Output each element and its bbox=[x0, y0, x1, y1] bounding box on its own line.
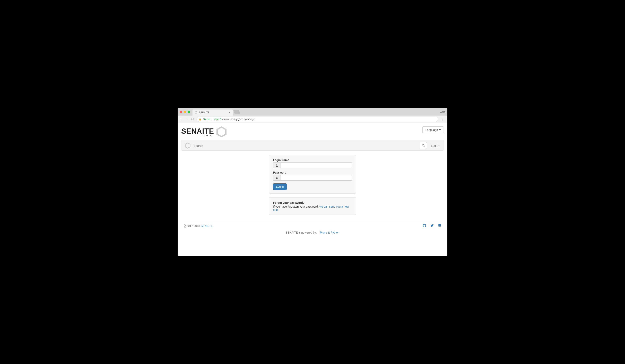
login-submit-button[interactable]: Log in bbox=[273, 183, 287, 190]
main-column: Login Name Password Log in Forg bbox=[178, 155, 447, 215]
url-separator: | bbox=[212, 118, 212, 121]
page-content: SENAITE LIMS Language bbox=[178, 123, 447, 256]
search-icon bbox=[422, 144, 425, 147]
login-name-input[interactable] bbox=[280, 162, 352, 168]
footer-divider bbox=[184, 221, 441, 221]
svg-line-3 bbox=[424, 146, 424, 147]
powered-by: SENAITE is powered by: Plone & Python bbox=[178, 229, 447, 246]
minimize-window-button[interactable] bbox=[184, 111, 186, 113]
login-name-group bbox=[273, 162, 352, 168]
login-name-label: Login Name bbox=[273, 158, 352, 162]
twitter-icon[interactable] bbox=[431, 224, 434, 228]
close-tab-button[interactable]: × bbox=[229, 111, 230, 114]
forgot-password-panel: Forgot your password? If you have forgot… bbox=[269, 197, 356, 215]
login-panel: Login Name Password Log in bbox=[269, 155, 356, 194]
footer-brand-link[interactable]: SENAITE bbox=[201, 224, 213, 228]
chat-icon[interactable] bbox=[438, 224, 441, 228]
footer-social-icons bbox=[423, 224, 441, 228]
powered-text: SENAITE is powered by: bbox=[286, 231, 317, 234]
language-dropdown[interactable]: Language bbox=[422, 126, 444, 133]
maximize-window-button[interactable] bbox=[188, 111, 190, 113]
svg-marker-1 bbox=[185, 143, 190, 148]
search-button[interactable] bbox=[420, 142, 427, 149]
forgot-password-title: Forgot your password? bbox=[273, 201, 352, 204]
language-label: Language bbox=[425, 128, 438, 131]
new-tab-button[interactable] bbox=[233, 110, 240, 114]
lock-icon bbox=[273, 175, 280, 181]
hexagon-icon bbox=[185, 143, 191, 149]
login-link[interactable]: Log in bbox=[430, 144, 440, 147]
browser-menu-button[interactable]: ⋮ bbox=[440, 117, 445, 121]
copyright: © 2017-2018 SENAITE bbox=[184, 224, 213, 228]
svg-point-2 bbox=[422, 144, 424, 146]
forward-button[interactable]: → bbox=[185, 117, 189, 121]
user-icon bbox=[273, 162, 280, 168]
browser-window: SENAITE × Gast ← → ⟳ 🔒 Sicher | https://… bbox=[178, 108, 447, 256]
github-icon[interactable] bbox=[423, 224, 426, 228]
tab-title: SENAITE bbox=[199, 111, 227, 114]
svg-point-4 bbox=[276, 164, 277, 165]
profile-label[interactable]: Gast bbox=[440, 111, 445, 113]
page-header: SENAITE LIMS Language bbox=[178, 123, 447, 139]
svg-marker-0 bbox=[217, 127, 226, 137]
hexagon-icon bbox=[216, 126, 227, 137]
reload-button[interactable]: ⟳ bbox=[191, 117, 194, 121]
browser-tab[interactable]: SENAITE × bbox=[192, 110, 233, 116]
url-text: https://senaite.ridingbytes.com/login bbox=[214, 118, 255, 121]
svg-rect-5 bbox=[276, 178, 278, 179]
search-input[interactable] bbox=[193, 144, 417, 147]
chevron-down-icon bbox=[439, 129, 441, 130]
window-controls bbox=[180, 111, 190, 113]
copyright-years: 2017-2018 bbox=[187, 224, 200, 228]
footer: © 2017-2018 SENAITE bbox=[178, 224, 447, 229]
secure-label: Sicher bbox=[203, 118, 210, 121]
loading-spinner-icon bbox=[195, 111, 197, 114]
close-window-button[interactable] bbox=[180, 111, 182, 113]
password-group bbox=[273, 175, 352, 181]
lock-icon: 🔒 bbox=[199, 118, 202, 121]
forgot-password-text: If you have forgotten your password, we … bbox=[273, 205, 352, 212]
brand-logo[interactable]: SENAITE LIMS bbox=[181, 126, 227, 137]
powered-link[interactable]: Plone & Python bbox=[320, 231, 340, 234]
password-label: Password bbox=[273, 171, 352, 174]
copyleft-icon: © bbox=[184, 224, 186, 228]
url-field[interactable]: 🔒 Sicher | https://senaite.ridingbytes.c… bbox=[196, 117, 438, 122]
address-bar: ← → ⟳ 🔒 Sicher | https://senaite.ridingb… bbox=[178, 116, 447, 123]
back-button[interactable]: ← bbox=[180, 117, 183, 121]
search-toolbar: Log in bbox=[181, 141, 444, 151]
tab-bar: SENAITE × Gast bbox=[178, 108, 447, 116]
password-input[interactable] bbox=[280, 175, 352, 181]
